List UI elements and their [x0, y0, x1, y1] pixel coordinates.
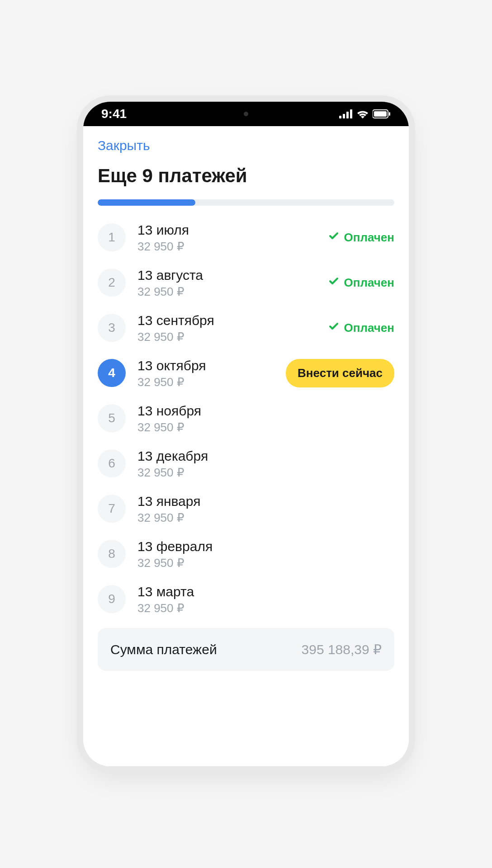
payment-amount: 32 950 ₽ — [137, 285, 328, 299]
payment-text: 13 сентября32 950 ₽ — [137, 311, 328, 344]
payment-row[interactable]: 113 июля32 950 ₽Оплачен — [98, 215, 394, 260]
payment-text: 13 октября32 950 ₽ — [137, 357, 286, 389]
svg-rect-6 — [389, 112, 390, 116]
payment-index: 3 — [98, 314, 126, 342]
status-paid-label: Оплачен — [344, 231, 394, 245]
payment-date: 13 ноября — [137, 402, 394, 420]
pay-now-button[interactable]: Внести сейчас — [286, 359, 394, 387]
svg-rect-3 — [350, 109, 352, 118]
payment-text: 13 июля32 950 ₽ — [137, 221, 328, 254]
status-paid-label: Оплачен — [344, 321, 394, 335]
page-title: Еще 9 платежей — [98, 165, 394, 187]
payment-row[interactable]: 813 февраля32 950 ₽ — [98, 531, 394, 576]
payment-amount: 32 950 ₽ — [137, 330, 328, 344]
payment-text: 13 января32 950 ₽ — [137, 492, 394, 525]
payment-amount: 32 950 ₽ — [137, 240, 328, 254]
close-button[interactable]: Закрыть — [98, 126, 394, 165]
payment-date: 13 февраля — [137, 538, 394, 555]
payment-row[interactable]: 413 октября32 950 ₽Внести сейчас — [98, 350, 394, 396]
payment-amount: 32 950 ₽ — [137, 601, 394, 615]
svg-rect-2 — [346, 112, 349, 118]
payment-amount: 32 950 ₽ — [137, 556, 394, 570]
payment-row[interactable]: 313 сентября32 950 ₽Оплачен — [98, 305, 394, 350]
payment-index: 1 — [98, 223, 126, 251]
payment-amount: 32 950 ₽ — [137, 375, 286, 389]
payment-text: 13 декабря32 950 ₽ — [137, 447, 394, 480]
payment-index: 8 — [98, 540, 126, 568]
payment-text: 13 ноября32 950 ₽ — [137, 402, 394, 434]
svg-rect-0 — [339, 116, 341, 118]
status-paid-label: Оплачен — [344, 276, 394, 290]
payment-date: 13 декабря — [137, 447, 394, 465]
status-icons — [339, 109, 391, 118]
payment-date: 13 марта — [137, 583, 394, 600]
payment-date: 13 сентября — [137, 311, 328, 329]
payment-index: 9 — [98, 585, 126, 613]
summary-box: Сумма платежей 395 188,39 ₽ — [98, 628, 394, 671]
payment-row[interactable]: 613 декабря32 950 ₽ — [98, 441, 394, 486]
summary-label: Сумма платежей — [110, 642, 217, 657]
progress-fill — [98, 199, 195, 206]
wifi-icon — [356, 109, 369, 118]
status-paid: Оплачен — [328, 231, 394, 245]
device-notch — [178, 102, 314, 126]
device-frame: 9:41 Закрыть Еще 9 платежей 113 июля32 9… — [83, 102, 409, 766]
svg-rect-5 — [374, 111, 387, 117]
payment-date: 13 января — [137, 492, 394, 510]
screen-content: Закрыть Еще 9 платежей 113 июля32 950 ₽О… — [83, 126, 409, 766]
status-paid: Оплачен — [328, 276, 394, 290]
payment-amount: 32 950 ₽ — [137, 466, 394, 480]
status-time: 9:41 — [101, 107, 127, 121]
payment-date: 13 июля — [137, 221, 328, 239]
cellular-signal-icon — [339, 109, 353, 118]
payment-text: 13 августа32 950 ₽ — [137, 266, 328, 299]
payment-amount: 32 950 ₽ — [137, 420, 394, 434]
payment-index: 4 — [98, 359, 126, 387]
payment-row[interactable]: 213 августа32 950 ₽Оплачен — [98, 260, 394, 305]
payment-amount: 32 950 ₽ — [137, 511, 394, 525]
svg-rect-1 — [343, 114, 345, 118]
payment-text: 13 марта32 950 ₽ — [137, 583, 394, 615]
payment-row[interactable]: 713 января32 950 ₽ — [98, 486, 394, 531]
payments-list: 113 июля32 950 ₽Оплачен213 августа32 950… — [98, 215, 394, 622]
battery-icon — [373, 109, 391, 118]
payment-index: 5 — [98, 404, 126, 432]
payment-date: 13 октября — [137, 357, 286, 374]
payment-index: 6 — [98, 449, 126, 477]
progress-bar — [98, 199, 394, 206]
summary-value: 395 188,39 ₽ — [302, 642, 382, 657]
payment-row[interactable]: 913 марта32 950 ₽ — [98, 576, 394, 622]
check-icon — [328, 231, 339, 245]
check-icon — [328, 276, 339, 290]
payment-date: 13 августа — [137, 266, 328, 284]
status-paid: Оплачен — [328, 321, 394, 335]
payment-index: 7 — [98, 495, 126, 523]
check-icon — [328, 321, 339, 335]
payment-row[interactable]: 513 ноября32 950 ₽ — [98, 396, 394, 441]
payment-index: 2 — [98, 269, 126, 297]
payment-text: 13 февраля32 950 ₽ — [137, 538, 394, 570]
